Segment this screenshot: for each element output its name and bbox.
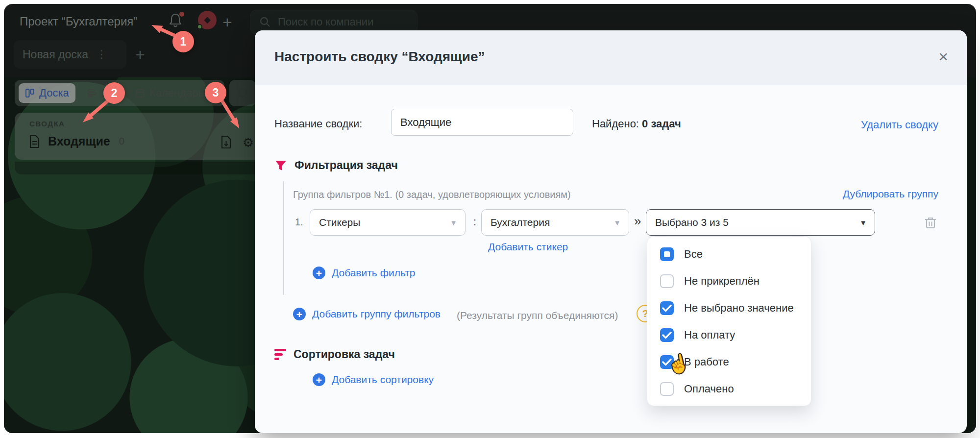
dropdown-option-label: В работе bbox=[684, 356, 729, 368]
modal-title: Настроить сводку “Входящие” bbox=[274, 49, 485, 65]
delete-filter-button[interactable] bbox=[924, 216, 937, 229]
filter-funnel-icon bbox=[274, 159, 287, 172]
chevron-down-icon: ▼ bbox=[859, 219, 867, 227]
separator-colon: : bbox=[473, 216, 476, 228]
add-filter-button[interactable]: + Добавить фильтр bbox=[313, 267, 416, 279]
modal-header: Настроить сводку “Входящие” × bbox=[255, 30, 967, 85]
chevron-down-icon: ▼ bbox=[613, 219, 621, 227]
separator-chevron: » bbox=[634, 214, 641, 229]
sort-section-header: Сортировка задач bbox=[274, 348, 395, 361]
filter-group-line bbox=[283, 181, 284, 295]
add-sort-button[interactable]: + Добавить сортировку bbox=[313, 373, 434, 386]
add-filter-label: Добавить фильтр bbox=[332, 267, 416, 279]
plus-circle-icon: + bbox=[313, 373, 325, 386]
dropdown-option-label: На оплату bbox=[684, 329, 735, 341]
checkbox-unchecked[interactable] bbox=[660, 382, 674, 396]
add-sticker-link[interactable]: Добавить стикер bbox=[488, 241, 568, 253]
duplicate-group-link[interactable]: Дублировать группу bbox=[843, 188, 938, 200]
annotation-badge-2: 2 bbox=[103, 82, 125, 104]
sticker-values-dropdown: Все Не прикреплён Не выбрано значение На… bbox=[647, 236, 811, 406]
trash-icon bbox=[924, 216, 937, 229]
sticker-values-select[interactable]: Выбрано 3 из 5 ▼ bbox=[646, 209, 875, 236]
checkbox-checked[interactable] bbox=[660, 301, 674, 315]
annotation-badge-1: 1 bbox=[172, 31, 194, 52]
summary-name-input[interactable] bbox=[391, 109, 573, 136]
add-filter-group-label: Добавить группу фильтров bbox=[312, 308, 441, 320]
group-combine-note: (Результаты групп объединяются) bbox=[457, 310, 618, 321]
checkbox-unchecked[interactable] bbox=[660, 274, 674, 288]
checkbox-partial[interactable] bbox=[660, 247, 674, 261]
close-icon[interactable]: × bbox=[938, 47, 948, 66]
chevron-down-icon: ▼ bbox=[450, 219, 457, 227]
dropdown-option-label: Оплачено bbox=[684, 383, 734, 395]
add-sort-label: Добавить сортировку bbox=[332, 374, 434, 386]
sort-section-title: Сортировка задач bbox=[294, 348, 395, 361]
filter-section-title: Фильтрация задач bbox=[294, 159, 398, 172]
dropdown-option[interactable]: Не прикреплён bbox=[647, 268, 811, 294]
annotation-badge-3: 3 bbox=[205, 82, 226, 103]
dropdown-option[interactable]: Все bbox=[647, 241, 811, 268]
plus-circle-icon: + bbox=[313, 267, 325, 279]
checkbox-checked[interactable] bbox=[660, 328, 674, 342]
add-filter-group-button[interactable]: + Добавить группу фильтров bbox=[293, 308, 441, 320]
summary-name-label: Название сводки: bbox=[274, 118, 362, 130]
filter-type-value: Стикеры bbox=[319, 217, 360, 228]
delete-summary-link[interactable]: Удалить сводку bbox=[861, 119, 938, 131]
filter-row-index: 1. bbox=[295, 217, 303, 228]
filter-type-select[interactable]: Стикеры ▼ bbox=[310, 209, 466, 236]
dropdown-option-label: Не выбрано значение bbox=[684, 302, 794, 315]
screenshot-root: Проект “Бухгалтерия” ◆ + Новая доска ⋮ bbox=[0, 0, 980, 438]
dropdown-option[interactable]: На оплату bbox=[647, 321, 811, 348]
dropdown-option-label: Не прикреплён bbox=[684, 275, 760, 288]
dropdown-option[interactable]: Не выбрано значение bbox=[647, 294, 811, 321]
dropdown-option-label: Все bbox=[684, 248, 703, 261]
found-value: 0 задач bbox=[642, 118, 681, 130]
found-counter: Найдено: 0 задач bbox=[592, 118, 681, 130]
summary-settings-modal: Настроить сводку “Входящие” × Название с… bbox=[255, 30, 967, 433]
dropdown-option[interactable]: Оплачено bbox=[647, 375, 811, 402]
plus-circle-icon: + bbox=[293, 308, 306, 320]
sticker-group-value: Бухгалтерия bbox=[490, 217, 550, 228]
sort-bars-icon bbox=[274, 349, 286, 360]
sticker-values-summary: Выбрано 3 из 5 bbox=[655, 217, 729, 228]
found-label: Найдено: bbox=[592, 118, 639, 130]
filter-section-header: Фильтрация задач bbox=[274, 159, 398, 172]
sticker-group-select[interactable]: Бухгалтерия ▼ bbox=[481, 209, 629, 236]
filter-group-label: Группа фильтров №1. (0 задач, удовлетвор… bbox=[293, 189, 571, 200]
